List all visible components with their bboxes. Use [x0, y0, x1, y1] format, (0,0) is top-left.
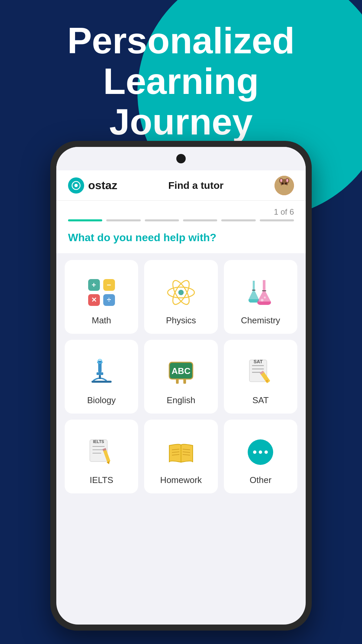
progress-step-1: [68, 219, 102, 221]
chemistry-icon: [244, 276, 277, 309]
homework-icon: [164, 435, 198, 469]
svg-point-26: [264, 297, 266, 299]
svg-point-64: [264, 450, 268, 454]
svg-point-62: [253, 450, 256, 454]
progress-bar-row: [68, 219, 294, 221]
svg-point-9: [285, 182, 287, 184]
subject-card-physics[interactable]: Physics: [144, 260, 218, 334]
progress-step-2: [106, 219, 140, 221]
subject-card-math[interactable]: + − ✕ ÷ Math: [65, 260, 138, 334]
svg-rect-31: [99, 375, 101, 379]
svg-text:SAT: SAT: [254, 359, 263, 364]
logo-area: ostaz: [68, 177, 117, 194]
hero-title: PersonalizedLearningJourney: [13, 20, 349, 142]
subject-name-ielts: IELTS: [90, 475, 113, 485]
svg-point-8: [282, 182, 284, 184]
camera-dot: [176, 154, 186, 163]
subject-name-english: English: [167, 395, 195, 406]
progress-step-4: [183, 219, 217, 221]
subject-name-chemistry: Chemistry: [241, 315, 280, 326]
subject-name-other: Other: [250, 475, 272, 485]
subject-name-homework: Homework: [160, 475, 202, 485]
subject-name-biology: Biology: [87, 395, 116, 406]
app-header: ostaz Find a tutor: [56, 170, 306, 201]
math-icon: + − ✕ ÷: [85, 276, 118, 309]
header-title: Find a tutor: [168, 180, 224, 191]
svg-text:−: −: [107, 281, 111, 289]
svg-point-10: [281, 184, 288, 189]
subject-card-chemistry[interactable]: Chemistry: [224, 260, 297, 334]
physics-icon: [164, 276, 198, 309]
avatar[interactable]: [275, 176, 294, 195]
phone-wrapper: ostaz Find a tutor: [50, 141, 312, 631]
svg-rect-30: [92, 381, 112, 383]
subject-name-sat: SAT: [252, 395, 269, 406]
biology-icon: [85, 356, 118, 389]
svg-point-1: [74, 184, 78, 187]
other-icon: [244, 435, 277, 469]
question-area: What do you need help with?: [56, 225, 306, 253]
subject-card-other[interactable]: Other: [224, 420, 297, 493]
progress-step-5: [221, 219, 255, 221]
phone-inner: ostaz Find a tutor: [56, 147, 306, 625]
question-text: What do you need help with?: [68, 231, 294, 244]
progress-step-3: [145, 219, 179, 221]
subject-card-ielts[interactable]: IELTS IELTS: [65, 420, 138, 493]
progress-area: 1 of 6: [56, 201, 306, 225]
subject-name-math: Math: [92, 315, 111, 326]
svg-text:+: +: [92, 281, 96, 289]
svg-text:ABC: ABC: [172, 366, 191, 376]
subject-card-sat[interactable]: SAT SAT: [224, 340, 297, 414]
svg-point-25: [261, 299, 263, 302]
subjects-grid: + − ✕ ÷ Math: [65, 260, 297, 493]
phone-top-bar: [56, 147, 306, 170]
svg-rect-36: [176, 379, 179, 384]
svg-point-63: [259, 450, 262, 454]
ielts-icon: IELTS: [85, 435, 118, 469]
svg-text:✕: ✕: [91, 296, 97, 304]
subject-card-homework[interactable]: Homework: [144, 420, 218, 493]
subject-card-biology[interactable]: Biology: [65, 340, 138, 414]
svg-point-6: [280, 179, 282, 182]
progress-label: 1 of 6: [68, 207, 294, 217]
sat-icon: SAT: [244, 356, 277, 389]
progress-step-6: [260, 219, 294, 221]
hero-section: PersonalizedLearningJourney: [0, 20, 362, 142]
subject-name-physics: Physics: [166, 315, 196, 326]
logo-text: ostaz: [88, 179, 117, 192]
subject-card-english[interactable]: ABC English: [144, 340, 218, 414]
svg-rect-37: [183, 379, 186, 384]
phone-outer: ostaz Find a tutor: [50, 141, 312, 631]
svg-point-22: [178, 290, 184, 295]
svg-text:÷: ÷: [107, 296, 111, 304]
ostaz-logo-icon: [68, 177, 84, 194]
svg-text:IELTS: IELTS: [93, 439, 104, 444]
svg-rect-29: [97, 372, 103, 375]
english-icon: ABC: [164, 356, 198, 389]
svg-point-7: [286, 179, 288, 182]
subjects-scroll[interactable]: + − ✕ ÷ Math: [56, 253, 306, 625]
